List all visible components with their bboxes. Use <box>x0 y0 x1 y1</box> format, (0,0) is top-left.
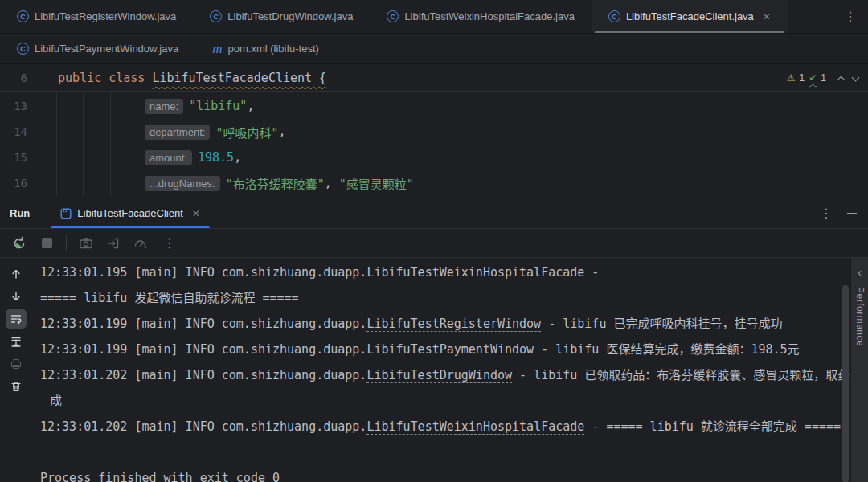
stop-icon <box>42 238 52 248</box>
stop-button[interactable] <box>37 234 56 253</box>
string-literal: "感冒灵颗粒" <box>339 175 414 192</box>
log-text: - libifu 已完成呼吸内科挂号，挂号成功 <box>541 317 782 331</box>
console-area: 12:33:01.195 [main] INFO com.shizhuang.d… <box>0 257 868 482</box>
toolbar-separator <box>66 235 67 251</box>
console-icon <box>60 208 72 219</box>
rerun-button[interactable] <box>10 234 29 253</box>
profiler-button[interactable] <box>131 234 150 253</box>
run-panel-title: Run <box>0 207 39 219</box>
exit-arrow-icon <box>106 236 121 251</box>
punctuation: , <box>247 99 254 113</box>
console-output[interactable]: 12:33:01.195 [main] INFO com.shizhuang.d… <box>32 258 850 482</box>
scroll-to-end-button[interactable] <box>6 332 27 351</box>
log-text: 12:33:01.195 [main] INFO com.shizhuang.d… <box>40 265 366 280</box>
tab-drug-window[interactable]: C LibifuTestDrugWindow.java <box>193 0 370 33</box>
arrow-up-icon <box>10 268 23 280</box>
string-literal: "呼吸内科" <box>215 124 278 141</box>
tab-facade-client-active[interactable]: C LibifuTestFacadeClient.java ✕ <box>592 0 788 33</box>
class-link[interactable]: LibifuTestDrugWindow <box>366 368 512 382</box>
line-number: 15 <box>0 151 27 164</box>
tab-label: LibifuTestRegisterWindow.java <box>35 10 176 22</box>
class-link[interactable]: LibifuTestPaymentWindow <box>366 342 534 357</box>
run-tab-facade-client[interactable]: LibifuTestFacadeClient ✕ <box>51 198 210 228</box>
camera-icon <box>79 236 93 251</box>
prev-issue-chevron-icon[interactable] <box>837 76 845 84</box>
log-text: 12:33:01.199 [main] INFO com.shizhuang.d… <box>40 342 366 357</box>
punctuation: , <box>278 125 285 139</box>
tab-weixin-hospital-facade[interactable]: C LibifuTestWeixinHospitalFacade.java <box>370 0 591 33</box>
code-line-15: 15 amount:198.5, <box>0 145 868 170</box>
class-link[interactable]: LibifuTestWeixinHospitalFacade <box>366 265 584 280</box>
run-tool-window-header: Run LibifuTestFacadeClient ✕ ⋮ <box>0 198 868 228</box>
process-exit-message: Process finished with exit code 0 <box>40 465 850 482</box>
typo-count: 1 <box>821 72 826 84</box>
keyword-text: public class <box>58 71 152 85</box>
line-number: 6 <box>0 71 27 84</box>
tab-label: LibifuTestDrugWindow.java <box>227 10 353 22</box>
open-in-button[interactable] <box>104 234 123 253</box>
down-stack-trace-button[interactable] <box>6 287 27 306</box>
param-hint: amount: <box>145 150 192 165</box>
editor-tab-bar-row2: C LibifuTestPaymentWindow.java m pom.xml… <box>0 34 868 64</box>
hide-tool-window-icon[interactable] <box>847 213 857 214</box>
log-line: 12:33:01.195 [main] INFO com.shizhuang.d… <box>40 259 850 285</box>
code-line-16: 16 ...drugNames:"布洛芬缓释胶囊", "感冒灵颗粒" <box>0 170 868 196</box>
print-button[interactable] <box>6 354 27 374</box>
console-side-toolbar <box>0 258 32 482</box>
soft-wrap-button[interactable] <box>6 309 27 329</box>
java-class-icon: C <box>210 10 222 22</box>
line-number: 14 <box>0 125 27 138</box>
class-link[interactable]: LibifuTestRegisterWindow <box>366 317 541 331</box>
log-text: - ===== libifu 就诊流程全部完成 ===== <box>584 419 841 434</box>
next-issue-chevron-icon[interactable] <box>852 73 860 81</box>
log-text: 成 <box>50 394 62 408</box>
number-literal: 198.5 <box>198 150 234 165</box>
log-line: 12:33:01.199 [main] INFO com.shizhuang.d… <box>40 337 850 362</box>
line-number: 13 <box>0 100 27 112</box>
log-line: 12:33:01.199 [main] INFO com.shizhuang.d… <box>40 311 850 337</box>
tab-label: LibifuTestWeixinHospitalFacade.java <box>404 10 574 22</box>
class-link[interactable]: LibifuTestWeixinHospitalFacade <box>366 419 584 434</box>
tab-options-kebab-icon[interactable]: ⋮ <box>833 9 868 24</box>
tab-payment-window[interactable]: C LibifuTestPaymentWindow.java <box>0 34 195 63</box>
param-hint: name: <box>145 99 183 114</box>
tab-pom-xml[interactable]: m pom.xml (libifu-test) <box>195 34 336 63</box>
gauge-icon <box>133 236 149 251</box>
performance-stripe-button[interactable]: Performance <box>854 287 866 346</box>
log-text: - libifu 医保结算完成，缴费金额：198.5元 <box>534 342 799 357</box>
inspections-widget[interactable]: ⚠ 1 ✔ 1 <box>787 64 858 92</box>
log-text: 12:33:01.202 [main] INFO com.shizhuang.d… <box>40 368 366 382</box>
collapse-chevron-icon[interactable]: ‹ <box>858 266 862 279</box>
right-tool-window-stripe: ‹ Performance <box>850 258 868 482</box>
log-text: ===== libifu 发起微信自助就诊流程 ===== <box>40 291 299 305</box>
console-scrollbar[interactable] <box>842 285 849 482</box>
log-line: 12:33:01.202 [main] INFO com.shizhuang.d… <box>40 362 850 388</box>
tab-register-window[interactable]: C LibifuTestRegisterWindow.java <box>0 0 193 33</box>
trash-icon <box>10 380 23 393</box>
ide-window: C LibifuTestRegisterWindow.java C Libifu… <box>0 0 868 482</box>
up-stack-trace-button[interactable] <box>6 264 27 284</box>
soft-wrap-icon <box>10 312 23 325</box>
string-literal: "布洛芬缓释胶囊" <box>226 175 325 192</box>
clear-console-button[interactable] <box>6 377 27 396</box>
run-tab-label: LibifuTestFacadeClient <box>77 207 183 219</box>
log-line: 12:33:01.202 [main] INFO com.shizhuang.d… <box>40 414 850 439</box>
close-icon[interactable]: ✕ <box>192 208 200 219</box>
string-literal: "libifu" <box>189 99 247 113</box>
param-hint: ...drugNames: <box>145 176 220 191</box>
code-line: public class LibifuTestFacadeClient { <box>58 71 326 85</box>
run-toolbar: ⋮ <box>0 228 868 257</box>
code-line-13: 13 name:"libifu", <box>0 93 868 119</box>
toolbar-kebab-icon[interactable]: ⋮ <box>160 235 179 251</box>
code-editor[interactable]: 6 public class LibifuTestFacadeClient { … <box>0 64 868 198</box>
punctuation: , <box>234 150 241 165</box>
code-line-14: 14 department:"呼吸内科", <box>0 119 868 145</box>
tab-label: LibifuTestFacadeClient.java <box>626 10 754 22</box>
printer-icon <box>10 357 23 370</box>
options-kebab-icon[interactable]: ⋮ <box>820 206 833 221</box>
runnable-java-class-icon: C <box>608 10 620 22</box>
log-text: - <box>584 265 599 280</box>
editor-lines: 13 name:"libifu", 14 department:"呼吸内科", … <box>0 92 868 196</box>
close-icon[interactable]: ✕ <box>763 11 771 22</box>
screenshot-button[interactable] <box>76 234 96 253</box>
